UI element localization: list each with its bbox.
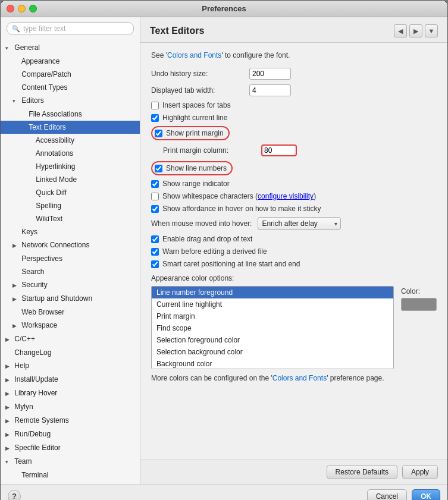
help-button[interactable]: ? bbox=[8, 490, 21, 501]
show-affordance-label: Show affordance in hover on how to make … bbox=[162, 205, 321, 213]
sidebar-item-install-update[interactable]: ▶ Install/Update bbox=[1, 373, 140, 386]
sidebar-item-specfile-editor[interactable]: ▶ Specfile Editor bbox=[1, 441, 140, 455]
panel-header: Text Editors ◀ ▶ ▼ bbox=[140, 17, 447, 43]
print-margin-col-highlight bbox=[261, 144, 297, 156]
undo-history-input[interactable] bbox=[249, 68, 291, 80]
sidebar-item-help[interactable]: ▶ Help bbox=[1, 359, 140, 373]
ok-button[interactable]: OK bbox=[412, 489, 440, 501]
sidebar-item-quick-diff[interactable]: Quick Diff bbox=[1, 186, 140, 199]
restore-apply-bar: Restore Defaults Apply bbox=[140, 460, 447, 484]
print-margin-highlight: Show print margin bbox=[151, 126, 230, 140]
sidebar-item-annotations[interactable]: Annotations bbox=[1, 147, 140, 160]
sidebar-item-changelog[interactable]: ChangeLog bbox=[1, 346, 140, 359]
show-print-margin-checkbox[interactable] bbox=[155, 130, 162, 137]
sidebar-item-startup-shutdown[interactable]: ▶ Startup and Shutdown bbox=[1, 292, 140, 306]
sidebar-item-linked-mode[interactable]: Linked Mode bbox=[1, 173, 140, 186]
sidebar: 🔍 type filter text ▾ General Appearance … bbox=[1, 17, 140, 484]
warn-derived-row: Warn before editing a derived file bbox=[151, 247, 437, 256]
enable-drag-checkbox[interactable] bbox=[151, 235, 159, 243]
sidebar-item-mylyn[interactable]: ▶ Mylyn bbox=[1, 400, 140, 414]
sidebar-item-label: Search bbox=[21, 268, 44, 276]
smart-caret-row: Smart caret positioning at line start an… bbox=[151, 260, 437, 268]
disclosure-icon: ▶ bbox=[5, 429, 12, 440]
insert-spaces-row: Insert spaces for tabs bbox=[151, 101, 437, 109]
sidebar-item-team[interactable]: ▾ Team bbox=[1, 455, 140, 468]
more-colors-link[interactable]: Colors and Fonts bbox=[272, 374, 327, 382]
color-swatch-area: Color: bbox=[401, 286, 437, 311]
highlight-line-checkbox[interactable] bbox=[151, 114, 159, 122]
color-list-item[interactable]: Selection background color bbox=[152, 346, 393, 358]
menu-button[interactable]: ▼ bbox=[425, 24, 438, 37]
hover-select[interactable]: Enrich after delay Enrich immediately Ne… bbox=[258, 217, 341, 230]
sidebar-item-text-editors[interactable]: Text Editors bbox=[1, 121, 140, 134]
back-button[interactable]: ◀ bbox=[394, 24, 407, 37]
window-bottom-bar: ? Cancel OK bbox=[1, 484, 447, 500]
minimize-button[interactable] bbox=[18, 5, 26, 12]
insert-spaces-checkbox[interactable] bbox=[151, 102, 159, 109]
sidebar-item-keys[interactable]: Keys bbox=[1, 225, 140, 238]
sidebar-item-accessibility[interactable]: Accessibility bbox=[1, 134, 140, 147]
sidebar-item-compare-patch[interactable]: Compare/Patch bbox=[1, 68, 140, 81]
sidebar-item-label: Spelling bbox=[36, 202, 61, 210]
close-button[interactable] bbox=[7, 5, 14, 12]
color-list-item[interactable]: Print margin bbox=[152, 310, 393, 322]
disclosure-icon: ▶ bbox=[12, 320, 20, 331]
sidebar-item-network-connections[interactable]: ▶ Network Connections bbox=[1, 238, 140, 252]
sidebar-item-cpp[interactable]: ▶ C/C++ bbox=[1, 332, 140, 346]
color-list-item[interactable]: Current line highlight bbox=[152, 298, 393, 310]
configure-visibility-link[interactable]: configure visibility bbox=[258, 192, 314, 200]
sidebar-item-search[interactable]: Search bbox=[1, 265, 140, 278]
sidebar-item-security[interactable]: ▶ Security bbox=[1, 278, 140, 292]
color-list-item[interactable]: Line number foreground bbox=[152, 287, 393, 298]
sidebar-item-terminal[interactable]: Terminal bbox=[1, 468, 140, 482]
sidebar-item-workspace[interactable]: ▶ Workspace bbox=[1, 319, 140, 332]
sidebar-item-wikitext[interactable]: WikiText bbox=[1, 212, 140, 225]
restore-defaults-button[interactable]: Restore Defaults bbox=[327, 465, 397, 479]
preferences-tree: ▾ General Appearance Compare/Patch Conte… bbox=[1, 40, 140, 484]
sidebar-item-hyperlinking[interactable]: Hyperlinking bbox=[1, 160, 140, 173]
print-margin-col-input[interactable] bbox=[264, 146, 294, 155]
sidebar-item-tracing[interactable]: ▶ Tracing bbox=[1, 482, 140, 484]
highlight-line-row: Highlight current line bbox=[151, 114, 437, 122]
forward-button[interactable]: ▶ bbox=[409, 24, 422, 37]
highlight-line-label: Highlight current line bbox=[162, 114, 227, 122]
tab-width-input[interactable] bbox=[249, 84, 291, 96]
color-swatch[interactable] bbox=[401, 298, 437, 311]
show-affordance-checkbox[interactable] bbox=[151, 205, 159, 213]
smart-caret-checkbox[interactable] bbox=[151, 260, 159, 268]
sidebar-item-label: Accessibility bbox=[36, 136, 74, 144]
disclosure-icon: ▶ bbox=[12, 280, 20, 291]
sidebar-item-label: Workspace bbox=[21, 321, 57, 329]
panel-body: See 'Colors and Fonts' to configure the … bbox=[140, 43, 447, 460]
color-list-item[interactable]: Selection foreground color bbox=[152, 334, 393, 346]
filter-search-box[interactable]: 🔍 type filter text bbox=[7, 22, 134, 35]
color-list-item[interactable]: Background color bbox=[152, 358, 393, 369]
sidebar-item-spelling[interactable]: Spelling bbox=[1, 199, 140, 212]
sidebar-item-editors[interactable]: ▾ Editors bbox=[1, 94, 140, 108]
sidebar-item-file-associations[interactable]: File Associations bbox=[1, 108, 140, 121]
sidebar-item-label: Startup and Shutdown bbox=[21, 294, 92, 303]
sidebar-item-web-browser[interactable]: Web Browser bbox=[1, 306, 140, 319]
sidebar-item-appearance[interactable]: Appearance bbox=[1, 55, 140, 68]
sidebar-item-label: Install/Update bbox=[14, 375, 58, 383]
show-line-numbers-checkbox[interactable] bbox=[155, 165, 162, 172]
sidebar-item-perspectives[interactable]: Perspectives bbox=[1, 252, 140, 265]
maximize-button[interactable] bbox=[29, 5, 37, 12]
color-list[interactable]: Line number foregroundCurrent line highl… bbox=[151, 286, 394, 369]
sidebar-item-general[interactable]: ▾ General bbox=[1, 41, 140, 55]
sidebar-item-library-hover[interactable]: ▶ Library Hover bbox=[1, 386, 140, 400]
color-list-item[interactable]: Find scope bbox=[152, 322, 393, 334]
apply-button[interactable]: Apply bbox=[402, 465, 438, 479]
sidebar-item-content-types[interactable]: Content Types bbox=[1, 81, 140, 94]
cancel-button[interactable]: Cancel bbox=[367, 489, 407, 501]
insert-spaces-label: Insert spaces for tabs bbox=[162, 101, 231, 109]
sidebar-item-remote-systems[interactable]: ▶ Remote Systems bbox=[1, 414, 140, 427]
sidebar-item-label: Team bbox=[14, 457, 32, 466]
disclosure-icon: ▶ bbox=[12, 240, 20, 251]
sidebar-item-run-debug[interactable]: ▶ Run/Debug bbox=[1, 427, 140, 441]
colors-fonts-link[interactable]: Colors and Fonts bbox=[167, 51, 221, 59]
show-whitespace-checkbox[interactable] bbox=[151, 193, 159, 200]
warn-derived-checkbox[interactable] bbox=[151, 248, 159, 256]
appearance-section: Appearance color options: Line number fo… bbox=[151, 274, 437, 382]
show-range-checkbox[interactable] bbox=[151, 180, 159, 188]
